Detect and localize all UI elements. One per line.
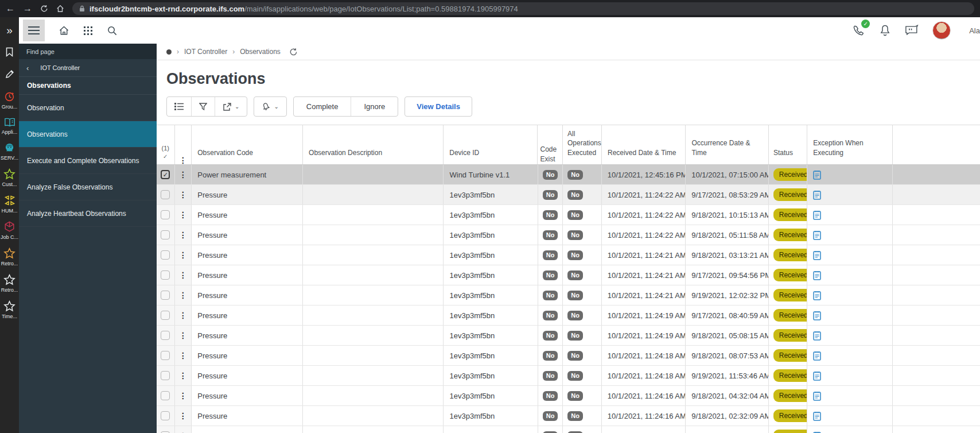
kebab-icon[interactable]: ⋮ [179, 412, 187, 420]
exception-note-icon[interactable] [813, 411, 821, 421]
rail-item-retro-1[interactable]: Retro... [0, 248, 19, 266]
complete-button[interactable]: Complete [294, 97, 351, 116]
kebab-icon[interactable]: ⋮ [179, 372, 187, 380]
rail-item-groups[interactable]: Grou... [0, 91, 19, 110]
table-row[interactable]: ⋮Pressure1ev3p3mf5bnNoNo10/1/2021, 11:24… [157, 326, 980, 346]
select-all-header[interactable]: (1) ✓ [157, 125, 175, 164]
ignore-button[interactable]: Ignore [351, 97, 398, 116]
row-checkbox[interactable] [161, 230, 170, 239]
table-row[interactable]: ⋮Pressure1ev3p3mf5bnNoNo10/1/2021, 11:24… [157, 386, 980, 406]
table-row[interactable]: ⋮Pressure1ev3p3mf5bnNoNo10/1/2021, 11:24… [157, 265, 980, 285]
table-row[interactable]: ⋮Pressure1ev3p3mf5bnNoNo10/1/2021, 11:24… [157, 225, 980, 245]
table-row[interactable]: ✓⋮Power measurementWind Turbine v1.1NoNo… [157, 165, 980, 185]
kebab-icon[interactable]: ⋮ [179, 211, 187, 219]
row-checkbox[interactable] [161, 291, 170, 300]
table-row[interactable]: ⋮Pressure1ev3p3mf5bnNoNo10/1/2021, 11:24… [157, 285, 980, 306]
phone-support-icon[interactable]: ✓ [852, 24, 865, 37]
exception-note-icon[interactable] [813, 391, 821, 401]
column-header-device-id[interactable]: Device ID [444, 125, 538, 164]
rail-item-human-resources[interactable]: HUM... [0, 195, 19, 214]
exception-note-icon[interactable] [813, 230, 821, 240]
breadcrumb-observations[interactable]: Observations [240, 48, 281, 56]
refresh-icon[interactable] [289, 48, 298, 56]
row-checkbox[interactable] [161, 411, 170, 420]
exception-note-icon[interactable] [813, 170, 821, 180]
exception-note-icon[interactable] [813, 270, 821, 280]
notifications-bell-icon[interactable] [879, 24, 891, 37]
row-checkbox[interactable] [161, 190, 170, 199]
row-checkbox[interactable] [161, 331, 170, 340]
list-view-icon[interactable] [167, 97, 191, 116]
row-checkbox[interactable] [161, 391, 170, 400]
feedback-chat-icon[interactable] [905, 25, 919, 36]
kebab-icon[interactable]: ⋮ [179, 311, 187, 319]
user-avatar[interactable] [932, 21, 951, 40]
sidebar-item-analyze-false-observations[interactable]: Analyze False Observations [19, 174, 157, 200]
breadcrumb-iot-controller[interactable]: IOT Controller [184, 48, 227, 56]
browser-back-icon[interactable]: ← [6, 4, 15, 13]
kebab-icon[interactable]: ⋮ [179, 271, 187, 279]
column-header-all-operations-executed[interactable]: All Operations Executed [563, 125, 602, 164]
rail-item-service[interactable]: SERV... [0, 142, 19, 161]
exception-note-icon[interactable] [813, 190, 821, 200]
browser-home-icon[interactable] [56, 5, 64, 13]
exception-note-icon[interactable] [813, 250, 821, 260]
row-checkbox[interactable] [161, 210, 170, 219]
rail-item-retro-2[interactable]: Retro... [0, 274, 19, 293]
row-checkbox[interactable] [161, 351, 170, 360]
kebab-icon[interactable]: ⋮ [179, 156, 187, 164]
exception-note-icon[interactable] [813, 351, 821, 361]
kebab-icon[interactable]: ⋮ [179, 331, 187, 339]
exception-note-icon[interactable] [813, 291, 821, 300]
exception-note-icon[interactable] [813, 331, 821, 341]
kebab-icon[interactable]: ⋮ [179, 251, 187, 259]
pencil-icon[interactable] [5, 69, 14, 79]
filter-icon[interactable] [191, 97, 215, 116]
column-header-observation-code[interactable]: Observation Code [192, 125, 303, 164]
view-details-button[interactable]: View Details [405, 97, 472, 116]
row-checkbox[interactable] [161, 270, 170, 280]
table-row[interactable]: ⋮Pressure1ev3p3mf5bnNoNo10/1/2021, 11:24… [157, 306, 980, 326]
row-checkbox[interactable]: ✓ [161, 170, 170, 179]
exception-note-icon[interactable] [813, 311, 821, 320]
rail-item-customer[interactable]: Cust... [0, 168, 19, 187]
kebab-icon[interactable]: ⋮ [179, 191, 187, 199]
sidebar-item-observation[interactable]: Observation [19, 95, 157, 121]
table-row[interactable]: ⋮Pressure1ev3p3mf5bnNoNo10/1/2021, 11:24… [157, 366, 980, 386]
table-row[interactable]: ⋮Pressure1ev3p3mf5bnNoNo10/1/2021, 11:24… [157, 346, 980, 366]
kebab-icon[interactable]: ⋮ [179, 392, 187, 400]
row-checkbox[interactable] [161, 311, 170, 320]
exception-note-icon[interactable] [813, 371, 821, 381]
browser-forward-icon[interactable]: → [23, 4, 32, 13]
sidebar-item-execute-complete-observations[interactable]: Execute and Complete Observations [19, 148, 157, 174]
address-bar[interactable]: ifscloudr2bntcmb-ext-rnd.corporate.ifs.c… [72, 2, 974, 15]
row-checkbox[interactable] [161, 371, 170, 380]
column-header-exception-when-executing[interactable]: Exception When Executing [807, 125, 892, 164]
row-checkbox[interactable] [161, 250, 170, 260]
rail-item-time[interactable]: Time... [0, 300, 19, 319]
kebab-icon[interactable]: ⋮ [179, 171, 187, 179]
rail-expand-icon[interactable]: » [6, 24, 13, 37]
find-page-input[interactable]: Find page [19, 44, 157, 59]
column-header-received-date-time[interactable]: Received Date & Time [602, 125, 686, 164]
menu-icon[interactable] [23, 20, 45, 41]
bookmark-icon[interactable] [5, 47, 14, 57]
search-icon[interactable] [107, 25, 118, 36]
exception-note-icon[interactable] [813, 431, 821, 433]
sidebar-back-group[interactable]: ‹ IOT Controller [19, 59, 157, 77]
exception-note-icon[interactable] [813, 210, 821, 220]
column-header-status[interactable]: Status [769, 125, 807, 164]
kebab-icon[interactable]: ⋮ [179, 231, 187, 239]
subscribe-icon[interactable]: ⌄ [254, 97, 286, 116]
column-header-code-exist[interactable]: Code Exist [538, 125, 563, 164]
rail-item-job-control[interactable]: Job C... [0, 221, 19, 240]
rail-item-application[interactable]: Appli... [0, 117, 19, 135]
table-row[interactable]: ⋮Pressure1ev3p3mf5bnNoNo10/1/2021, 11:24… [157, 185, 980, 205]
column-header-observation-description[interactable]: Observation Description [303, 125, 444, 164]
home-icon[interactable] [59, 25, 69, 36]
sidebar-item-analyze-heartbeat-observations[interactable]: Analyze Heartbeat Observations [19, 200, 157, 227]
kebab-icon[interactable]: ⋮ [179, 351, 187, 359]
share-export-icon[interactable]: ⌄ [215, 97, 247, 116]
table-row[interactable]: ⋮Pressure1ev3p3mf5bnNoNo10/1/2021, 11:24… [157, 406, 980, 426]
sidebar-item-observations[interactable]: Observations [19, 121, 157, 148]
